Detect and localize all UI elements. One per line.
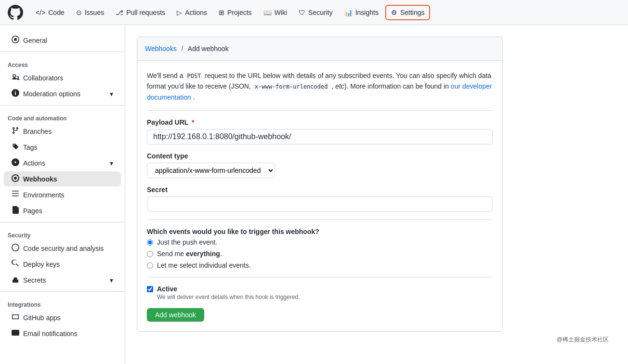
active-checkbox[interactable] bbox=[147, 286, 153, 292]
radio-everything-label: Send me everything. bbox=[157, 250, 222, 258]
secret-label: Secret bbox=[147, 186, 493, 194]
sidebar-section-security: Security bbox=[0, 226, 125, 241]
breadcrumb-separator: / bbox=[182, 45, 183, 52]
sidebar-section-access: Access bbox=[0, 56, 125, 70]
radio-group: Just the push event. Send me everything.… bbox=[147, 238, 493, 269]
form-divider-2 bbox=[147, 220, 493, 220]
tags-icon bbox=[12, 143, 19, 152]
main-content: Webhooks / Add webhook We'll send a POST… bbox=[125, 25, 628, 364]
content-type-label: Content type bbox=[147, 152, 493, 160]
required-star: * bbox=[192, 118, 194, 126]
payload-url-input[interactable] bbox=[147, 129, 493, 144]
code-security-icon bbox=[12, 244, 19, 253]
key-icon bbox=[12, 260, 19, 269]
branches-icon bbox=[12, 127, 19, 136]
sidebar-item-tags[interactable]: Tags bbox=[4, 140, 121, 155]
sidebar-section-code-automation: Code and automation bbox=[0, 109, 125, 124]
apps-icon bbox=[12, 313, 19, 322]
pr-icon: ⎇ bbox=[116, 9, 123, 16]
issues-icon: ⊙ bbox=[76, 9, 82, 16]
active-checkbox-label[interactable]: Active We will deliver event details whe… bbox=[147, 285, 493, 300]
sidebar-divider-3 bbox=[0, 222, 125, 222]
sidebar-item-environments[interactable]: Environments bbox=[4, 187, 121, 202]
sidebar-item-deploy-keys[interactable]: Deploy keys bbox=[4, 257, 121, 272]
add-webhook-panel: Webhooks / Add webhook We'll send a POST… bbox=[137, 37, 503, 332]
brand-logo bbox=[8, 5, 23, 20]
nav-issues[interactable]: ⊙ Issues bbox=[71, 6, 109, 19]
watermark: @稀土掘金技术社区 bbox=[137, 332, 616, 348]
radio-just-push-input[interactable] bbox=[147, 239, 153, 246]
nav-code[interactable]: </> Code bbox=[31, 6, 69, 19]
sidebar-item-github-apps[interactable]: GitHub apps bbox=[4, 310, 121, 325]
nav-wiki[interactable]: 📖 Wiki bbox=[259, 6, 292, 19]
urlencoded-code: x-www-form-urlencoded bbox=[253, 82, 330, 91]
sidebar-item-moderation-options[interactable]: Moderation options ▾ bbox=[4, 86, 121, 101]
security-icon: 🛡 bbox=[299, 9, 305, 16]
email-icon bbox=[12, 329, 19, 338]
actions-icon: ▷ bbox=[177, 9, 182, 16]
radio-everything[interactable]: Send me everything. bbox=[147, 250, 493, 258]
panel-body: We'll send a POST request to the URL bel… bbox=[137, 61, 502, 331]
chevron-down-icon: ▾ bbox=[110, 159, 113, 167]
active-label-text: Active bbox=[157, 285, 300, 293]
content-type-select[interactable]: application/x-www-form-urlencoded applic… bbox=[147, 163, 275, 178]
sidebar-divider-4 bbox=[0, 291, 125, 292]
sidebar-item-collaborators[interactable]: Collaborators bbox=[4, 70, 121, 85]
radio-individual-label: Let me select individual events. bbox=[157, 261, 251, 269]
radio-just-push[interactable]: Just the push event. bbox=[147, 238, 493, 246]
post-code: POST bbox=[185, 72, 203, 80]
sidebar-item-branches[interactable]: Branches bbox=[4, 124, 121, 139]
nav-pull-requests[interactable]: ⎇ Pull requests bbox=[111, 6, 170, 19]
webhooks-icon bbox=[12, 174, 19, 183]
nav-settings[interactable]: ⚙ Settings bbox=[385, 5, 431, 20]
radio-everything-input[interactable] bbox=[147, 251, 153, 257]
breadcrumb: Webhooks / Add webhook bbox=[145, 45, 495, 52]
add-webhook-button[interactable]: Add webhook bbox=[147, 308, 204, 322]
payload-url-label: Payload URL * bbox=[147, 118, 493, 126]
secret-group: Secret bbox=[147, 186, 493, 212]
gear-icon bbox=[12, 36, 19, 45]
nav-security[interactable]: 🛡 Security bbox=[294, 6, 338, 19]
sidebar-divider-1 bbox=[0, 52, 125, 52]
sidebar-item-secrets[interactable]: Secrets ▾ bbox=[4, 273, 121, 287]
secret-input[interactable] bbox=[147, 196, 493, 212]
secrets-icon bbox=[12, 275, 19, 285]
active-description: We will deliver event details when this … bbox=[157, 294, 300, 300]
breadcrumb-parent-link[interactable]: Webhooks bbox=[145, 45, 177, 52]
events-group: Which events would you like to trigger t… bbox=[147, 228, 493, 269]
sidebar-item-webhooks[interactable]: Webhooks bbox=[4, 171, 121, 186]
sidebar-item-actions[interactable]: Actions ▾ bbox=[4, 156, 121, 170]
people-icon bbox=[12, 73, 19, 82]
chevron-down-icon: ▾ bbox=[110, 276, 113, 284]
events-question: Which events would you like to trigger t… bbox=[147, 228, 493, 235]
environments-icon bbox=[12, 190, 19, 199]
chevron-down-icon: ▾ bbox=[110, 90, 113, 98]
active-group: Active We will deliver event details whe… bbox=[147, 285, 493, 300]
radio-just-push-label: Just the push event. bbox=[157, 238, 217, 246]
github-logo-icon bbox=[8, 5, 23, 20]
wiki-icon: 📖 bbox=[263, 9, 272, 16]
settings-icon: ⚙ bbox=[391, 9, 397, 16]
info-description: We'll send a POST request to the URL bel… bbox=[147, 70, 493, 103]
form-divider-3 bbox=[147, 277, 493, 277]
moderation-icon bbox=[12, 89, 19, 98]
sidebar-item-code-security[interactable]: Code security and analysis bbox=[4, 241, 121, 256]
sidebar-item-pages[interactable]: Pages bbox=[4, 203, 121, 218]
nav-insights[interactable]: 📊 Insights bbox=[340, 6, 383, 19]
nav-actions[interactable]: ▷ Actions bbox=[172, 6, 212, 19]
sidebar: General Access Collaborators Moderation … bbox=[0, 25, 125, 364]
sidebar-item-general[interactable]: General bbox=[4, 33, 121, 48]
content-type-group: Content type application/x-www-form-urle… bbox=[147, 152, 493, 178]
form-divider-1 bbox=[147, 110, 493, 111]
page-layout: General Access Collaborators Moderation … bbox=[0, 25, 628, 364]
radio-individual[interactable]: Let me select individual events. bbox=[147, 261, 493, 269]
actions-icon bbox=[12, 158, 19, 168]
projects-icon: ⊞ bbox=[219, 9, 224, 16]
breadcrumb-current: Add webhook bbox=[188, 45, 229, 52]
sidebar-item-email-notifications[interactable]: Email notifications bbox=[4, 326, 121, 341]
nav-projects[interactable]: ⊞ Projects bbox=[214, 6, 257, 19]
radio-individual-input[interactable] bbox=[147, 262, 153, 269]
sidebar-divider-2 bbox=[0, 105, 125, 105]
sidebar-section-integrations: Integrations bbox=[0, 296, 125, 310]
code-icon: </> bbox=[36, 9, 45, 16]
